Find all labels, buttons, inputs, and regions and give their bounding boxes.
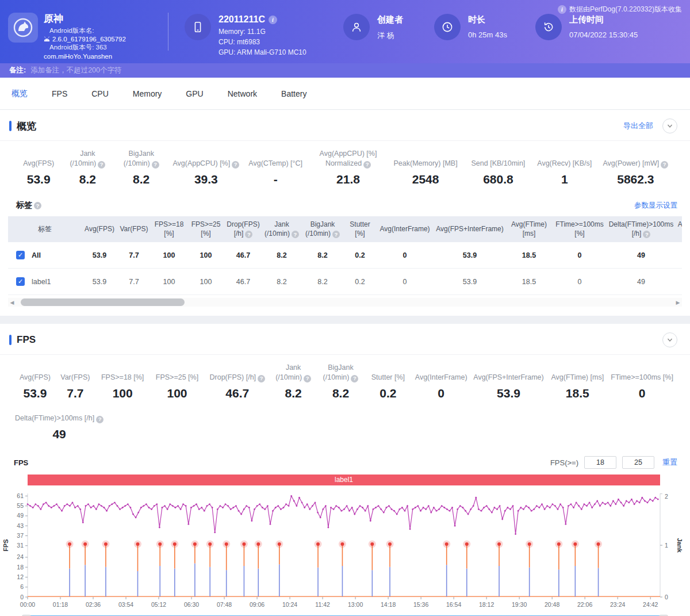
- stat-value: 49: [15, 427, 103, 441]
- label-name-cell: ✓label1: [8, 269, 82, 294]
- collapse-overview-button[interactable]: [662, 118, 677, 133]
- help-icon[interactable]: ?: [363, 161, 371, 169]
- stat-value: 53.9: [471, 387, 546, 400]
- remark-placeholder: 添加备注，不超过200个字符: [30, 66, 121, 75]
- fps-point: [169, 504, 171, 506]
- help-icon[interactable]: ?: [351, 375, 358, 382]
- fps-point: [34, 504, 36, 506]
- app-version-code: Android版本号: 363: [49, 43, 126, 51]
- fps-point: [380, 508, 382, 510]
- column-header: 标签: [8, 221, 82, 238]
- tab-network[interactable]: Network: [228, 89, 257, 98]
- fps-threshold-input-1[interactable]: [584, 456, 616, 469]
- fps-point: [515, 533, 516, 535]
- help-icon[interactable]: ?: [98, 161, 105, 169]
- jank-marker: [173, 542, 177, 546]
- scrollbar-thumb[interactable]: [21, 299, 185, 306]
- stat-value: 18.5: [546, 387, 609, 400]
- fps-point: [167, 508, 168, 510]
- creator-block: 创建者 洋 杨: [343, 13, 434, 61]
- stat-label-line: BigJank: [128, 149, 154, 159]
- fps-point: [275, 507, 277, 508]
- x-axis-tick: 20:48: [545, 601, 559, 608]
- x-axis-tick: 24:42: [643, 601, 658, 608]
- column-header-line: [ms]: [507, 229, 551, 239]
- chevron-down-icon: [667, 123, 673, 129]
- tab-fps[interactable]: FPS: [52, 89, 67, 98]
- tab-gpu[interactable]: GPU: [186, 89, 203, 98]
- column-header: BigJank(/10min)?: [301, 216, 344, 242]
- fps-point: [488, 508, 490, 510]
- help-icon[interactable]: ?: [292, 231, 299, 238]
- params-settings-link[interactable]: 参数显示设置: [634, 201, 677, 211]
- fps-point: [172, 505, 174, 507]
- help-icon[interactable]: ?: [304, 375, 311, 382]
- fps-point: [180, 508, 182, 510]
- fps-point: [499, 505, 501, 507]
- overview-stats-row: Avg(FPS)53.9Jank(/10min)?8.2BigJank(/10m…: [0, 141, 690, 198]
- table-cell: 0.2: [344, 269, 376, 294]
- help-icon[interactable]: ?: [245, 231, 252, 238]
- fps-chart[interactable]: 6155494337312418126021000:0001:1802:3603…: [0, 493, 690, 612]
- remark-bar[interactable]: 备注: 添加备注，不超过200个字符: [0, 63, 690, 78]
- fps-point: [238, 510, 240, 512]
- fps-point: [64, 505, 66, 507]
- help-icon[interactable]: ?: [232, 161, 239, 169]
- x-axis-tick: 10:24: [282, 601, 297, 608]
- stat-item: Send [KB/10min]680.8: [463, 149, 533, 186]
- stat-value: 0: [411, 387, 471, 400]
- tab-battery[interactable]: Battery: [281, 89, 306, 98]
- scroll-right-arrow[interactable]: ▶: [674, 298, 682, 307]
- fps-point: [48, 505, 49, 507]
- fps-point: [518, 510, 519, 512]
- help-icon[interactable]: ?: [152, 161, 159, 169]
- upload-time-block: 上传时间 07/04/2022 15:30:45: [535, 13, 681, 61]
- table-scrollbar[interactable]: ◀ ▶: [8, 298, 682, 307]
- fps-threshold-input-2[interactable]: [622, 456, 654, 469]
- help-icon[interactable]: ?: [258, 375, 265, 382]
- table-cell: 18.5: [506, 269, 552, 294]
- fps-point: [615, 504, 617, 506]
- help-icon[interactable]: ?: [661, 161, 668, 169]
- row-checkbox[interactable]: ✓: [16, 277, 25, 286]
- tab-overview[interactable]: 概览: [12, 89, 28, 99]
- table-row[interactable]: ✓All53.97.710010046.78.28.20.2053.918.50…: [8, 242, 682, 269]
- fps-point: [526, 505, 527, 507]
- help-icon[interactable]: ?: [34, 202, 41, 209]
- row-checkbox[interactable]: ✓: [16, 251, 25, 259]
- help-icon[interactable]: ?: [96, 416, 103, 423]
- fps-point: [436, 510, 438, 512]
- duration-block: 时长 0h 25m 43s: [434, 13, 535, 61]
- help-icon[interactable]: ?: [332, 231, 340, 238]
- fps-point: [654, 497, 656, 499]
- stat-item: Delta(FTime)>100ms [/h]?49: [15, 404, 103, 441]
- tab-cpu[interactable]: CPU: [91, 89, 109, 98]
- help-icon[interactable]: ?: [643, 231, 650, 238]
- stat-label-line: Jank: [80, 149, 95, 159]
- fps-point: [254, 508, 255, 510]
- fps-point: [185, 505, 187, 507]
- column-header-line: Stutter: [345, 220, 375, 229]
- fps-point: [122, 507, 124, 508]
- fps-point: [320, 517, 321, 519]
- fps-point: [304, 507, 305, 508]
- fps-point: [536, 505, 538, 507]
- fps-point: [259, 504, 260, 506]
- duration-value: 0h 25m 43s: [468, 30, 507, 39]
- fps-point: [156, 504, 158, 506]
- device-info-icon[interactable]: i: [269, 16, 277, 24]
- scroll-left-arrow[interactable]: ◀: [8, 298, 16, 307]
- stat-label-line: Delta(FTime)>100ms [/h]?: [15, 414, 103, 423]
- table-row[interactable]: ✓label153.97.710010046.78.28.20.2053.918…: [8, 269, 682, 295]
- stat-label: Avg(FPS): [15, 149, 62, 169]
- fps-point: [154, 505, 155, 507]
- label-name: All: [32, 251, 41, 259]
- reset-link[interactable]: 重置: [662, 457, 677, 468]
- stat-item: Jank(/10min)?8.2: [270, 363, 316, 400]
- tab-memory[interactable]: Memory: [133, 89, 162, 98]
- y-axis-tick: 43: [17, 522, 24, 529]
- collapse-fps-button[interactable]: [662, 332, 677, 347]
- export-all-link[interactable]: 导出全部: [623, 121, 653, 131]
- stat-label: Send [KB/10min]: [463, 149, 533, 169]
- fps-point: [634, 504, 635, 506]
